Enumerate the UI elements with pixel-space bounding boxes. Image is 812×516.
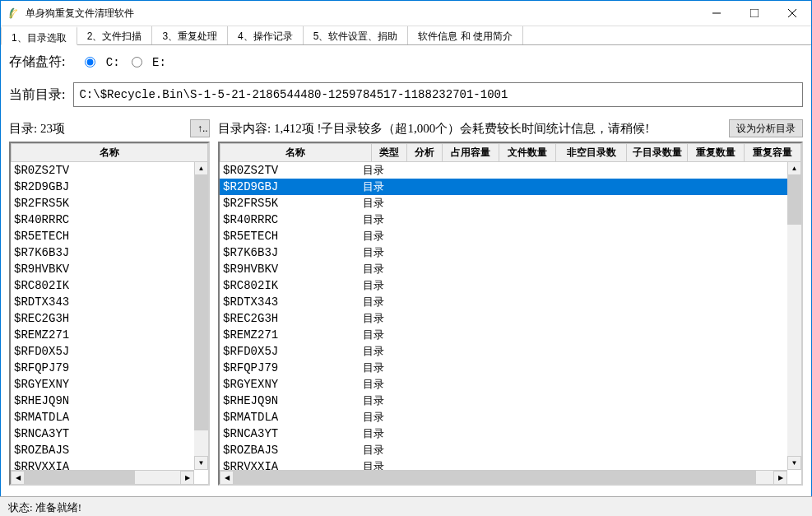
table-row[interactable]: $ROZBAJS xyxy=(11,442,208,458)
table-row[interactable]: $R2D9GBJ xyxy=(11,179,208,195)
table-row[interactable]: $RRVXXIA xyxy=(11,458,208,470)
column-header[interactable]: 非空目录数 xyxy=(556,144,627,162)
storage-radio-E[interactable]: E: xyxy=(120,56,166,69)
table-row[interactable]: $REC2G3H xyxy=(11,310,208,327)
table-row[interactable]: $ROZBAJS目录 xyxy=(220,442,801,458)
table-row[interactable]: $R2D9GBJ目录 xyxy=(220,179,801,195)
column-header[interactable]: 重复容量 xyxy=(744,144,800,162)
set-analysis-dir-button[interactable]: 设为分析目录 xyxy=(729,119,803,137)
table-row[interactable]: $R2FRS5K目录 xyxy=(220,195,801,212)
scrollbar-thumb[interactable] xyxy=(25,471,135,484)
left-horizontal-scrollbar[interactable]: ◀ ▶ xyxy=(11,470,194,484)
current-dir-label: 当前目录: xyxy=(9,86,65,104)
right-panel-header: 目录内容: 1,412项 !子目录较多（超1,000个）会耗费较长时间统计信息，… xyxy=(218,121,724,137)
table-row[interactable]: $RC802IK xyxy=(11,277,208,294)
left-panel-header: 目录: 23项 xyxy=(9,121,65,137)
table-row[interactable]: $RDTX343 xyxy=(11,294,208,310)
storage-radio-group: C: E: xyxy=(73,56,165,69)
table-row[interactable]: $R40RRRC xyxy=(11,212,208,228)
titlebar: 单身狗重复文件清理软件 xyxy=(1,1,811,26)
scrollbar-thumb[interactable] xyxy=(787,175,801,225)
table-row[interactable]: $R5ETECH目录 xyxy=(220,228,801,244)
app-icon xyxy=(7,7,21,20)
table-row[interactable]: $R2FRS5K xyxy=(11,195,208,212)
column-header[interactable]: 子目录数量 xyxy=(627,144,687,162)
table-row[interactable]: $R40RRRC目录 xyxy=(220,212,801,228)
table-row[interactable]: $RFD0X5J目录 xyxy=(220,343,801,360)
table-row[interactable]: $RNCA3YT xyxy=(11,425,208,442)
storage-radio-C[interactable]: C: xyxy=(73,56,119,69)
right-vertical-scrollbar[interactable]: ▲ ▼ xyxy=(787,161,801,470)
tab-3[interactable]: 4、操作记录 xyxy=(228,26,304,44)
table-row[interactable]: $RC802IK目录 xyxy=(220,277,801,294)
window-title: 单身狗重复文件清理软件 xyxy=(26,7,698,21)
scroll-down-arrow-icon[interactable]: ▼ xyxy=(787,456,801,470)
table-row[interactable]: $RNCA3YT目录 xyxy=(220,425,801,442)
table-row[interactable]: $RDTX343目录 xyxy=(220,294,801,310)
table-row[interactable]: $RHEJQ9N目录 xyxy=(220,393,801,409)
table-row[interactable]: $R7K6B3J xyxy=(11,244,208,261)
column-header[interactable]: 占用容量 xyxy=(442,144,499,162)
table-row[interactable]: $RHEJQ9N xyxy=(11,393,208,409)
right-table-container: 名称类型分析占用容量文件数量非空目录数子目录数量重复数量重复容量 $R0ZS2T… xyxy=(218,142,803,486)
scroll-down-arrow-icon[interactable]: ▼ xyxy=(194,456,208,470)
scroll-left-arrow-icon[interactable]: ◀ xyxy=(11,471,25,485)
right-horizontal-scrollbar[interactable]: ◀ ▶ xyxy=(220,470,787,484)
table-row[interactable]: $RGYEXNY目录 xyxy=(220,376,801,393)
tab-0[interactable]: 1、目录选取 xyxy=(1,26,77,45)
left-table-container: 名称 $R0ZS2TV$R2D9GBJ$R2FRS5K$R40RRRC$R5ET… xyxy=(9,142,210,486)
up-directory-button[interactable]: ↑.. xyxy=(190,119,210,137)
table-row[interactable]: $RGYEXNY xyxy=(11,376,208,393)
table-row[interactable]: $REC2G3H目录 xyxy=(220,310,801,327)
scroll-up-arrow-icon[interactable]: ▲ xyxy=(787,161,801,175)
table-row[interactable]: $REMZ271 xyxy=(11,327,208,343)
table-row[interactable]: $R7K6B3J目录 xyxy=(220,244,801,261)
column-header[interactable]: 文件数量 xyxy=(499,144,555,162)
scrollbar-thumb[interactable] xyxy=(194,175,208,430)
column-header[interactable]: 分析 xyxy=(406,144,442,162)
left-vertical-scrollbar[interactable]: ▲ ▼ xyxy=(194,161,208,470)
minimize-button[interactable] xyxy=(698,1,735,26)
table-row[interactable]: $RFQPJ79 xyxy=(11,360,208,376)
scrollbar-thumb[interactable] xyxy=(234,471,756,484)
table-row[interactable]: $RFQPJ79目录 xyxy=(220,360,801,376)
scroll-up-arrow-icon[interactable]: ▲ xyxy=(194,161,208,175)
column-header[interactable]: 名称 xyxy=(12,144,208,162)
column-header[interactable]: 重复数量 xyxy=(687,144,744,162)
tab-5[interactable]: 软件信息 和 使用简介 xyxy=(408,26,523,44)
tab-bar: 1、目录选取2、文件扫描3、重复处理4、操作记录5、软件设置、捐助软件信息 和 … xyxy=(1,26,811,45)
column-header[interactable]: 名称 xyxy=(220,144,372,162)
table-row[interactable]: $RFD0X5J xyxy=(11,343,208,360)
scroll-right-arrow-icon[interactable]: ▶ xyxy=(180,471,194,485)
tab-2[interactable]: 3、重复处理 xyxy=(152,26,228,44)
table-row[interactable]: $R5ETECH xyxy=(11,228,208,244)
table-row[interactable]: $R9HVBKV目录 xyxy=(220,261,801,277)
table-row[interactable]: $R0ZS2TV目录 xyxy=(220,162,801,179)
svg-rect-1 xyxy=(750,9,759,17)
table-row[interactable]: $R0ZS2TV xyxy=(11,162,208,179)
close-button[interactable] xyxy=(773,1,811,26)
column-header[interactable]: 类型 xyxy=(371,144,406,162)
maximize-button[interactable] xyxy=(735,1,773,26)
table-row[interactable]: $R9HVBKV xyxy=(11,261,208,277)
storage-label: 存储盘符: xyxy=(9,53,65,71)
tab-1[interactable]: 2、文件扫描 xyxy=(77,26,153,44)
current-dir-path[interactable]: C:\$Recycle.Bin\S-1-5-21-2186544480-1259… xyxy=(73,82,803,107)
tab-4[interactable]: 5、软件设置、捐助 xyxy=(304,26,409,44)
table-row[interactable]: $RMATDLA xyxy=(11,409,208,425)
table-row[interactable]: $RRVXXIA目录 xyxy=(220,458,801,470)
scroll-right-arrow-icon[interactable]: ▶ xyxy=(773,471,787,485)
scroll-left-arrow-icon[interactable]: ◀ xyxy=(220,471,234,485)
table-row[interactable]: $RMATDLA目录 xyxy=(220,409,801,425)
table-row[interactable]: $REMZ271目录 xyxy=(220,327,801,343)
status-bar: 状态: 准备就绪! xyxy=(0,496,812,516)
